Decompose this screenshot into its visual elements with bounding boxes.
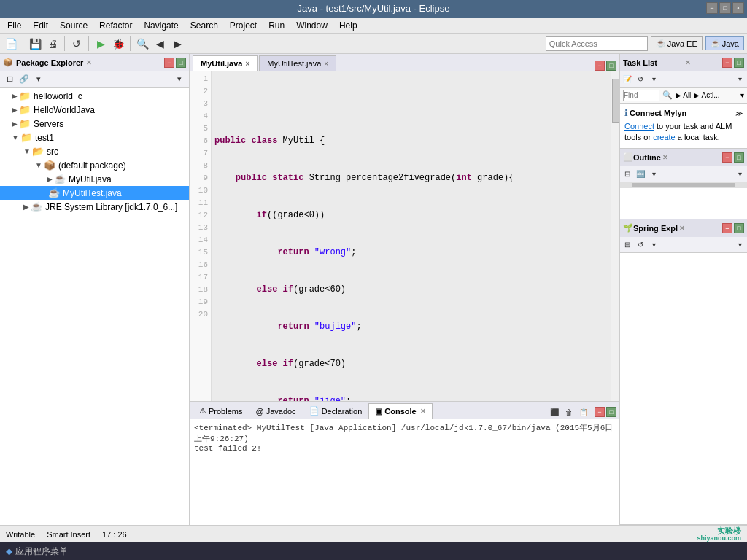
menu-bar: File Edit Source Refactor Navigate Searc…	[0, 18, 747, 34]
menu-run[interactable]: Run	[263, 19, 290, 32]
print-button[interactable]: 🖨	[44, 36, 61, 52]
new-button[interactable]: 📄	[3, 36, 19, 52]
search-button[interactable]: 🔍	[134, 36, 150, 52]
java-file-icon: ☕	[54, 174, 66, 184]
spring-icon: 🌱	[623, 223, 633, 233]
tab-problems[interactable]: ⚠ Problems	[193, 403, 249, 419]
collapse-all-btn[interactable]: ⊟	[3, 73, 16, 86]
scroll-thumb[interactable]	[612, 79, 619, 122]
tab-myutiltest[interactable]: MyUtilTest.java ×	[259, 55, 336, 71]
editor-minimize-btn[interactable]: −	[595, 61, 605, 71]
window-title: Java - test1/src/MyUtil.java - Eclipse	[298, 3, 450, 14]
outline-minimize-btn[interactable]: −	[722, 152, 732, 163]
editor-area[interactable]: 1 2 3 4 5 6 7 8 9 10 11 12 13 14 15 16 1…	[190, 71, 619, 401]
restore-button[interactable]: □	[719, 2, 731, 14]
spring-filter-btn[interactable]: ▾	[648, 238, 659, 250]
connect-link[interactable]: Connect	[624, 122, 654, 131]
task-new-btn[interactable]: 📝	[622, 74, 633, 85]
project-icon: 📁	[20, 132, 32, 143]
all-label[interactable]: ▶ All	[676, 91, 691, 99]
pkg-filter-btn[interactable]: ▾	[32, 73, 45, 86]
menu-edit[interactable]: Edit	[27, 19, 54, 32]
task-filter-btn[interactable]: ▾	[648, 74, 659, 85]
menu-project[interactable]: Project	[224, 19, 263, 32]
menu-window[interactable]: Window	[290, 19, 333, 32]
acti-label[interactable]: ▶ Acti...	[694, 91, 719, 99]
find-input[interactable]	[623, 90, 659, 101]
console-minimize-btn[interactable]: −	[595, 407, 605, 417]
outline-collapse-btn[interactable]: ⊟	[622, 168, 633, 179]
outline-maximize-btn[interactable]: □	[734, 152, 744, 163]
tree-item-default-pkg[interactable]: ▼ 📦 (default package)	[0, 158, 189, 172]
outline-menu-btn[interactable]: ▾	[734, 168, 746, 179]
task-minimize-btn[interactable]: −	[722, 58, 732, 68]
line-num: 18	[190, 284, 211, 296]
myutiltest-tab-close[interactable]: ×	[324, 60, 328, 68]
pkg-minimize-btn[interactable]: −	[164, 58, 174, 68]
debug-button[interactable]: 🐞	[110, 36, 126, 52]
tab-declaration[interactable]: 📄 Declaration	[303, 403, 369, 419]
back-button[interactable]: ◀	[152, 36, 168, 52]
tree-item-myutiltest[interactable]: ☕ MyUtilTest.java	[0, 186, 189, 200]
spring-maximize-btn[interactable]: □	[734, 223, 744, 233]
connect-expand-btn[interactable]: ≫	[735, 109, 743, 117]
task-list-header: Task List ✕ − □	[620, 54, 747, 71]
myutil-tab-close[interactable]: ×	[245, 60, 249, 68]
outline-filter-btn[interactable]: ▾	[648, 168, 659, 179]
tree-item-helloworld[interactable]: ▶ 📁 helloworld_c	[0, 89, 189, 103]
spring-sort-btn[interactable]: ▾	[734, 238, 746, 250]
minimize-button[interactable]: −	[706, 2, 718, 14]
menu-search[interactable]: Search	[185, 19, 224, 32]
task-maximize-btn[interactable]: □	[734, 58, 744, 68]
pkg-menu-btn[interactable]: ▾	[173, 73, 186, 86]
console-stop-btn[interactable]: ⬛	[548, 405, 561, 419]
task-extra-btn[interactable]: ▾	[740, 91, 744, 99]
code-content[interactable]: public class MyUtil { public static Stri…	[212, 71, 611, 401]
spring-collapse-btn[interactable]: ⊟	[622, 238, 633, 250]
editor-scrollbar[interactable]	[611, 71, 619, 401]
console-copy-btn[interactable]: 📋	[577, 405, 590, 419]
smart-insert-status: Smart Insert	[47, 530, 90, 539]
app-menu-label[interactable]: 应用程序菜单	[15, 545, 68, 558]
outline-sort-btn[interactable]: 🔤	[635, 168, 646, 179]
menu-refactor[interactable]: Refactor	[93, 19, 138, 32]
tree-item-helloworldjava[interactable]: ▶ 📁 HelloWorldJava	[0, 103, 189, 117]
menu-source[interactable]: Source	[54, 19, 93, 32]
tab-myutil[interactable]: MyUtil.java ×	[193, 55, 258, 71]
pkg-maximize-btn[interactable]: □	[176, 58, 186, 68]
refresh-button[interactable]: ↺	[69, 36, 85, 52]
run-button[interactable]: ▶	[93, 36, 109, 52]
tab-console[interactable]: ▣ Console ✕	[368, 403, 432, 419]
menu-file[interactable]: File	[1, 19, 27, 32]
console-clear-btn[interactable]: 🗑	[562, 405, 576, 419]
console-area[interactable]: <terminated> MyUtilTest [Java Applicatio…	[190, 419, 619, 525]
main-layout: 📦 Package Explorer ✕ − □ ⊟ 🔗 ▾ ▾ ▶ 📁 hel…	[0, 54, 747, 525]
spring-body	[620, 253, 747, 524]
spring-sync-btn[interactable]: ↺	[635, 238, 646, 250]
tree-item-src[interactable]: ▼ 📂 src	[0, 144, 189, 158]
tree-item-test1[interactable]: ▼ 📁 test1	[0, 131, 189, 144]
find-icon[interactable]: 🔍	[662, 90, 673, 100]
task-sync-btn[interactable]: ↺	[635, 74, 646, 85]
perspective-java-ee[interactable]: ☕ Java EE	[651, 36, 703, 50]
tree-item-servers[interactable]: ▶ 📁 Servers	[0, 117, 189, 131]
menu-help[interactable]: Help	[333, 19, 363, 32]
close-button[interactable]: ×	[732, 2, 744, 14]
editor-maximize-btn[interactable]: □	[606, 61, 616, 71]
tree-item-myutil[interactable]: ▶ ☕ MyUtil.java	[0, 172, 189, 186]
spring-minimize-btn[interactable]: −	[722, 223, 732, 233]
tab-javadoc[interactable]: @ Javadoc	[249, 403, 302, 419]
tree-item-jre[interactable]: ▶ ☕ JRE System Library [jdk1.7.0_6...]	[0, 200, 189, 214]
create-link[interactable]: create	[653, 133, 676, 141]
task-menu-btn[interactable]: ▾	[734, 74, 746, 85]
link-editor-btn[interactable]: 🔗	[18, 73, 31, 86]
menu-navigate[interactable]: Navigate	[138, 19, 184, 32]
save-button[interactable]: 💾	[27, 36, 43, 52]
quick-access-input[interactable]	[546, 36, 648, 51]
outline-scrollbar[interactable]	[620, 182, 747, 188]
forward-button[interactable]: ▶	[169, 36, 185, 52]
writable-status: Writable	[6, 530, 35, 539]
console-maximize-btn[interactable]: □	[606, 407, 616, 417]
perspective-java[interactable]: ☕ Java	[705, 36, 744, 50]
code-line: return "jige";	[214, 395, 608, 401]
